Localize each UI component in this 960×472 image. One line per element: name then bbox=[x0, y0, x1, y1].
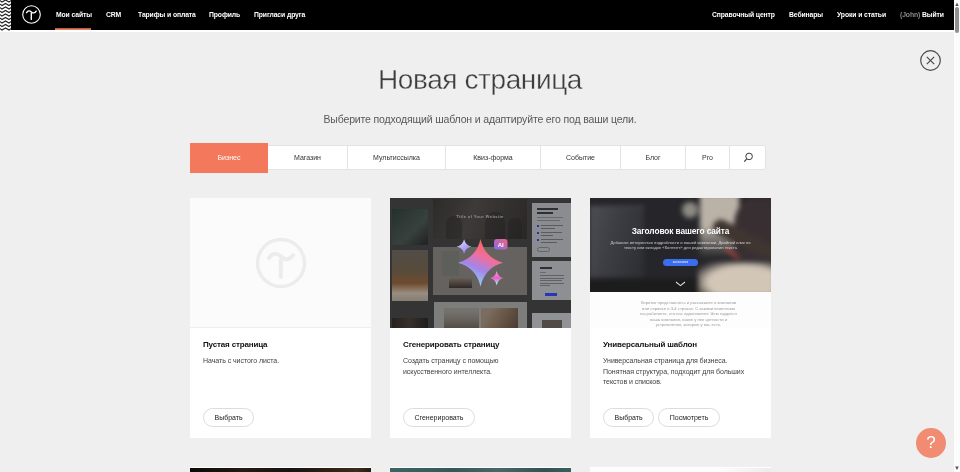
svg-text:AI: AI bbox=[498, 242, 504, 248]
